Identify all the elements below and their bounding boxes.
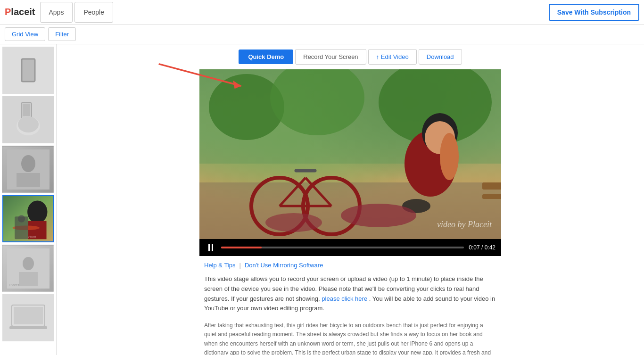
sub-header: Grid View Filter: [0, 25, 644, 44]
tab-apps[interactable]: Apps: [40, 2, 73, 23]
video-watermark: video by Placeit: [437, 220, 492, 230]
main-layout: Placeit Placeit: [0, 44, 644, 355]
dont-use-mirroring-link[interactable]: Don't Use Mirroring Software: [245, 262, 323, 269]
grayscale-scene-2-icon: Placeit: [7, 248, 50, 289]
sidebar: Placeit Placeit: [0, 44, 57, 355]
click-here-link[interactable]: please click here: [322, 295, 367, 302]
info-section: Help & Tips | Don't Use Mirroring Softwa…: [190, 256, 511, 355]
thumbnail-2[interactable]: [2, 96, 54, 143]
svg-point-41: [341, 204, 416, 227]
svg-text:Placeit: Placeit: [9, 283, 19, 287]
pause-icon: [208, 244, 213, 251]
video-controls: 0:07 / 0:42: [199, 239, 501, 256]
svg-point-15: [23, 257, 34, 270]
record-screen-button[interactable]: Record Your Screen: [295, 49, 366, 65]
svg-point-3: [18, 116, 39, 132]
help-links: Help & Tips | Don't Use Mirroring Softwa…: [204, 262, 496, 269]
svg-rect-28: [482, 182, 501, 190]
svg-text:Placeit: Placeit: [27, 235, 36, 238]
progress-bar[interactable]: [221, 247, 464, 248]
laptop-mockup-icon: [7, 298, 50, 338]
svg-rect-16: [19, 272, 38, 286]
filter-button[interactable]: Filter: [48, 27, 76, 41]
girl-outdoors-icon: Placeit: [3, 195, 53, 242]
header-right: Save With Subscription: [549, 4, 639, 21]
svg-rect-20: [9, 326, 47, 329]
svg-point-42: [265, 213, 322, 232]
svg-rect-12: [15, 216, 28, 239]
hand-phone-icon: [7, 100, 50, 140]
thumbnail-6[interactable]: [2, 294, 54, 341]
thumbnail-3[interactable]: [2, 146, 54, 193]
svg-rect-29: [482, 194, 501, 199]
thumbnail-1[interactable]: [2, 47, 54, 94]
header: Placeit Apps People Save With Subscripti…: [0, 0, 644, 25]
help-tips-link[interactable]: Help & Tips: [204, 262, 235, 269]
svg-point-8: [27, 200, 47, 223]
grayscale-scene-1-icon: [7, 149, 50, 190]
video-player: video by Placeit 0:07 / 0:42: [199, 69, 501, 256]
svg-point-5: [21, 155, 35, 172]
save-subscription-button[interactable]: Save With Subscription: [549, 4, 639, 21]
detail-text: After taking that exhausting test, this …: [204, 321, 496, 355]
content-area: Quick Demo Record Your Screen ↑ Edit Vid…: [57, 44, 644, 355]
video-frame[interactable]: video by Placeit: [199, 69, 501, 239]
logo-accent: P: [5, 7, 11, 17]
video-scene-svg: [199, 69, 501, 239]
help-separator: |: [239, 262, 240, 269]
content-toolbar: Quick Demo Record Your Screen ↑ Edit Vid…: [57, 44, 644, 69]
quick-demo-button[interactable]: Quick Demo: [239, 50, 293, 64]
progress-fill: [221, 247, 262, 248]
svg-rect-19: [14, 307, 43, 324]
logo: Placeit: [5, 7, 35, 17]
time-display: 0:07 / 0:42: [469, 244, 495, 251]
grid-view-button[interactable]: Grid View: [5, 27, 45, 41]
thumbnail-4[interactable]: Placeit: [2, 195, 54, 242]
svg-point-39: [440, 133, 459, 180]
edit-icon: ↑: [376, 53, 381, 60]
tab-people[interactable]: People: [74, 2, 113, 23]
description-text: This video stage allows you to record yo…: [204, 274, 496, 314]
edit-video-button[interactable]: ↑ Edit Video: [368, 49, 417, 65]
pause-button[interactable]: [205, 242, 216, 253]
svg-rect-1: [23, 104, 30, 116]
thumbnail-5[interactable]: Placeit: [2, 245, 54, 292]
download-button[interactable]: Download: [419, 49, 462, 65]
svg-rect-6: [17, 173, 40, 187]
